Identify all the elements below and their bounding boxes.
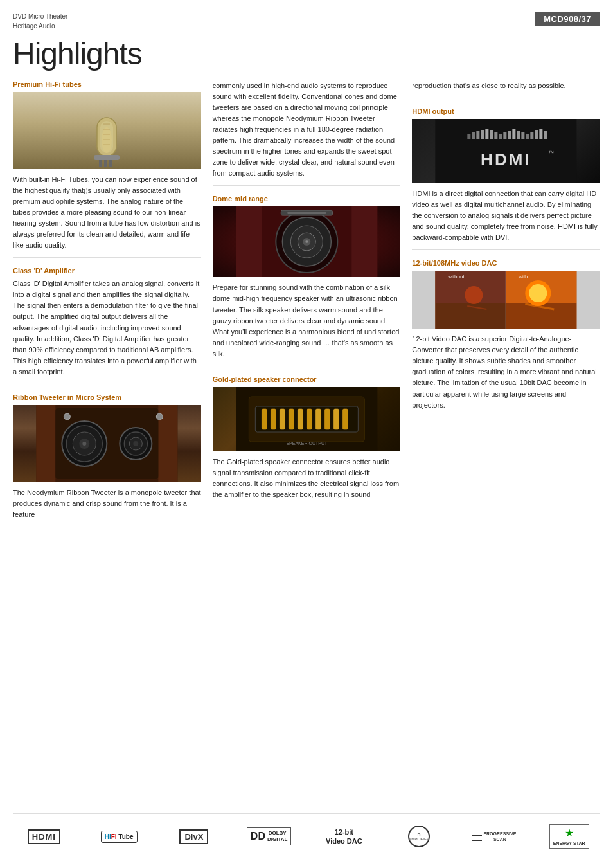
footer-energystar-logo: ★ ENERGY STAR xyxy=(538,824,600,849)
svg-rect-60 xyxy=(499,134,502,139)
hdmi-image: HDMI ™ xyxy=(412,119,600,183)
hdmi-logo-text: HDMI xyxy=(28,829,60,844)
svg-rect-68 xyxy=(535,130,538,139)
svg-rect-61 xyxy=(504,132,507,139)
svg-point-35 xyxy=(305,240,308,243)
ribbon-illustration xyxy=(13,405,201,482)
svg-rect-56 xyxy=(481,130,484,139)
svg-rect-65 xyxy=(522,132,525,139)
ribbon-tweeter-title: Ribbon Tweeter in Micro System xyxy=(13,393,201,401)
section-premium-hifi-title: Premium Hi-Fi tubes xyxy=(13,80,201,88)
svg-rect-70 xyxy=(544,131,547,139)
footer-dolby-logo: DD DOLBYDIGITAL xyxy=(238,827,300,846)
svg-rect-45 xyxy=(298,409,303,429)
svg-rect-63 xyxy=(513,129,516,139)
dome-midrange-image xyxy=(213,206,401,277)
svg-rect-13 xyxy=(36,405,55,482)
svg-rect-47 xyxy=(315,409,321,429)
svg-rect-41 xyxy=(262,409,267,429)
hifi-tubes-image xyxy=(13,92,201,169)
svg-rect-54 xyxy=(472,132,475,139)
svg-rect-4 xyxy=(104,160,107,167)
svg-rect-37 xyxy=(287,212,326,214)
svg-rect-49 xyxy=(333,409,339,429)
svg-rect-57 xyxy=(486,129,489,139)
divx-logo-text: DivX xyxy=(179,829,208,844)
main-content: Premium Hi-Fi tubes Wit xyxy=(0,80,613,525)
energystar-logo-text: ★ ENERGY STAR xyxy=(549,824,589,849)
dome-mid-title: Dome mid range xyxy=(213,195,401,203)
dolby-logo-text: DD DOLBYDIGITAL xyxy=(247,827,292,846)
svg-rect-66 xyxy=(526,134,529,139)
svg-text:HDMI: HDMI xyxy=(481,150,531,169)
connector-continued-text: reproduction that's as close to reality … xyxy=(412,80,600,91)
brand-name: Heritage Audio xyxy=(13,21,67,31)
svg-text:with: with xyxy=(519,274,528,280)
svg-point-76 xyxy=(465,286,483,304)
class-d-text: Class 'D' Digital Amplifier takes an ana… xyxy=(13,278,201,377)
svg-rect-53 xyxy=(468,134,471,139)
hdmi-illustration: HDMI ™ xyxy=(412,119,600,183)
gold-connector-text: The Gold-plated speaker connector ensure… xyxy=(213,457,401,500)
column-2: commonly used in high-end audio systems … xyxy=(213,80,401,525)
svg-rect-44 xyxy=(289,409,294,429)
svg-rect-67 xyxy=(531,132,534,139)
footer-hifitube-logo: HiFi Tube xyxy=(88,831,150,843)
premium-hifi-text: With built-in Hi-Fi Tubes, you can now e… xyxy=(13,174,201,251)
footer-progressive-logo: PROGRESSIVESCAN xyxy=(463,831,526,842)
svg-point-24 xyxy=(133,441,138,446)
product-info: DVD Micro Theater Heritage Audio xyxy=(13,12,67,31)
svg-rect-5 xyxy=(109,160,112,167)
dac-title: 12-bit/108MHz video DAC xyxy=(412,259,600,267)
footer-hdmi-logo: HDMI xyxy=(13,829,75,844)
svg-rect-59 xyxy=(495,132,498,139)
svg-rect-50 xyxy=(342,409,348,429)
class-d-title: Class 'D' Amplifier xyxy=(13,267,201,275)
product-line: DVD Micro Theater xyxy=(13,12,67,21)
ribbon-tweeter-continued-text: commonly used in high-end audio systems … xyxy=(213,80,401,179)
connector-illustration: SPEAKER OUTPUT xyxy=(213,387,401,451)
dac-illustration: without with xyxy=(412,271,600,329)
svg-point-81 xyxy=(529,284,547,302)
page-title: Highlights xyxy=(0,31,613,80)
svg-rect-64 xyxy=(517,131,520,139)
tube-illustration xyxy=(81,111,132,169)
svg-rect-29 xyxy=(351,206,377,277)
hifitube-logo-text: HiFi Tube xyxy=(101,831,138,843)
dac-text: 12-bit Video DAC is a superior Digital-t… xyxy=(412,334,600,410)
hdmi-text: HDMI is a direct digital connection that… xyxy=(412,188,600,243)
column-1: Premium Hi-Fi tubes Wit xyxy=(13,80,201,525)
svg-rect-43 xyxy=(280,409,285,429)
svg-rect-2 xyxy=(94,155,120,160)
gold-connector-title: Gold-plated speaker connector xyxy=(213,375,401,383)
svg-rect-55 xyxy=(477,131,480,139)
dac-image: without with xyxy=(412,271,600,329)
model-badge: MCD908/37 xyxy=(535,12,600,26)
svg-point-26 xyxy=(156,413,163,420)
ribbon-tweeter-image xyxy=(13,405,201,482)
svg-rect-42 xyxy=(271,409,276,429)
svg-point-11 xyxy=(102,127,112,153)
svg-rect-28 xyxy=(236,206,262,277)
svg-rect-46 xyxy=(306,409,312,429)
gold-connector-image: SPEAKER OUTPUT xyxy=(213,387,401,451)
progressive-logo-text: PROGRESSIVESCAN xyxy=(472,831,516,842)
svg-text:without: without xyxy=(448,274,465,280)
hdmi-output-title: HDMI output xyxy=(412,107,600,115)
svg-rect-69 xyxy=(540,129,543,139)
page-header: DVD Micro Theater Heritage Audio MCD908/… xyxy=(0,0,613,31)
svg-rect-48 xyxy=(324,409,330,429)
ribbon-tweeter-text: The Neodymium Ribbon Tweeter is a monopo… xyxy=(13,487,201,520)
svg-rect-62 xyxy=(508,131,511,139)
dome-illustration xyxy=(213,206,401,277)
footer-logos-bar: HDMI HiFi Tube DivX DD DOLBYDIGITAL 12-b… xyxy=(13,813,600,849)
12bit-logo-text: 12-bit Video DAC xyxy=(326,827,362,846)
svg-rect-3 xyxy=(99,160,102,167)
column-3: reproduction that's as close to reality … xyxy=(412,80,600,525)
footer-amplifier-logo: D AMPLIFIER xyxy=(388,826,450,847)
footer-12bit-logo: 12-bit Video DAC xyxy=(313,827,375,846)
dome-mid-text: Prepare for stunning sound with the comb… xyxy=(213,282,401,359)
svg-point-25 xyxy=(64,413,70,420)
svg-text:™: ™ xyxy=(549,150,555,156)
amplifier-logo-text: D AMPLIFIER xyxy=(408,826,430,847)
